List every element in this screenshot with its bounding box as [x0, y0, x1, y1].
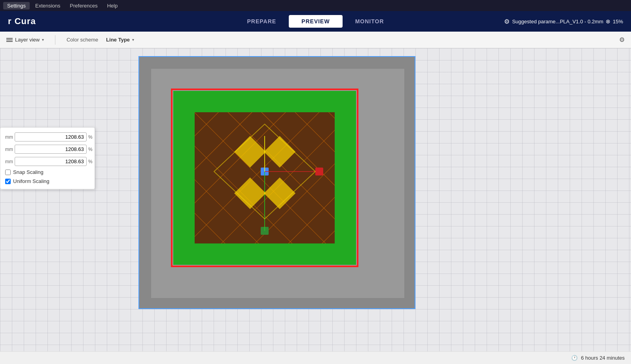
- menu-settings[interactable]: Settings: [3, 2, 30, 9]
- menubar: Settings Extensions Preferences Help: [0, 0, 631, 11]
- snap-scaling-label: Snap Scaling: [13, 169, 44, 175]
- layer-view-icon: [6, 38, 13, 42]
- print-preview-canvas: [139, 57, 415, 309]
- suggested-params-label: Suggested parame...PLA_V1.0 - 0.2mm: [512, 19, 603, 25]
- main-area: mm % mm % mm % Snap Scaling Uniform Scal…: [0, 48, 631, 364]
- color-scheme-selector[interactable]: Line Type ▾: [106, 37, 134, 43]
- nav-tabs: PREPARE PREVIEW MONITOR: [234, 15, 396, 28]
- viewport[interactable]: [138, 56, 415, 309]
- app-title: r Cura: [8, 16, 36, 26]
- toolbar-separator: [55, 35, 55, 45]
- y-dimension-row: mm %: [5, 145, 90, 154]
- toolbar: Layer view ▾ Color scheme Line Type ▾ ⚙: [0, 32, 631, 48]
- suggested-params[interactable]: ⚙ Suggested parame...PLA_V1.0 - 0.2mm ⊗ …: [504, 18, 623, 25]
- settings-sliders-icon: ⚙: [504, 18, 510, 25]
- tab-monitor[interactable]: MONITOR: [343, 15, 397, 28]
- y-input[interactable]: [15, 145, 87, 154]
- settings-icon[interactable]: ⚙: [619, 36, 625, 43]
- layer-view-label: Layer view: [15, 37, 40, 43]
- color-scheme-value: Line Type: [106, 37, 130, 43]
- z-dimension-row: mm %: [5, 157, 90, 166]
- menu-preferences[interactable]: Preferences: [66, 2, 102, 9]
- dimensions-panel: mm % mm % mm % Snap Scaling Uniform Scal…: [0, 127, 95, 189]
- snap-scaling-checkbox[interactable]: [5, 170, 11, 175]
- x-label: mm: [5, 134, 13, 140]
- time-icon: 🕐: [571, 355, 578, 361]
- x-dimension-row: mm %: [5, 132, 90, 141]
- uniform-scaling-label: Uniform Scaling: [13, 178, 49, 184]
- z-label: mm: [5, 159, 13, 164]
- menu-help[interactable]: Help: [103, 2, 122, 9]
- layer-view-selector[interactable]: Layer view ▾: [6, 37, 44, 43]
- y-label: mm: [5, 147, 13, 152]
- uniform-scaling-checkbox[interactable]: [5, 179, 11, 184]
- suggested-params-icon: ⊗: [606, 18, 610, 25]
- tab-prepare[interactable]: PREPARE: [234, 15, 289, 28]
- y-percent: %: [88, 147, 93, 152]
- uniform-scaling-row: Uniform Scaling: [5, 178, 90, 184]
- time-label: 6 hours 24 minutes: [581, 355, 625, 361]
- snap-scaling-row: Snap Scaling: [5, 169, 90, 175]
- toolbar-right: ⚙: [619, 36, 625, 43]
- suggested-params-percent: 15%: [613, 19, 623, 25]
- color-scheme-label: Color scheme: [66, 37, 98, 43]
- layer-view-chevron: ▾: [42, 38, 44, 42]
- x-percent: %: [88, 134, 93, 140]
- titlebar: r Cura PREPARE PREVIEW MONITOR ⚙ Suggest…: [0, 11, 631, 32]
- z-input[interactable]: [15, 157, 87, 166]
- statusbar: 🕐 6 hours 24 minutes: [0, 351, 631, 364]
- z-percent: %: [88, 159, 93, 164]
- x-input[interactable]: [15, 132, 87, 141]
- tab-preview[interactable]: PREVIEW: [289, 15, 343, 28]
- menu-extensions[interactable]: Extensions: [31, 2, 64, 9]
- color-scheme-chevron: ▾: [132, 38, 134, 42]
- nav-right: ⚙ Suggested parame...PLA_V1.0 - 0.2mm ⊗ …: [504, 18, 623, 25]
